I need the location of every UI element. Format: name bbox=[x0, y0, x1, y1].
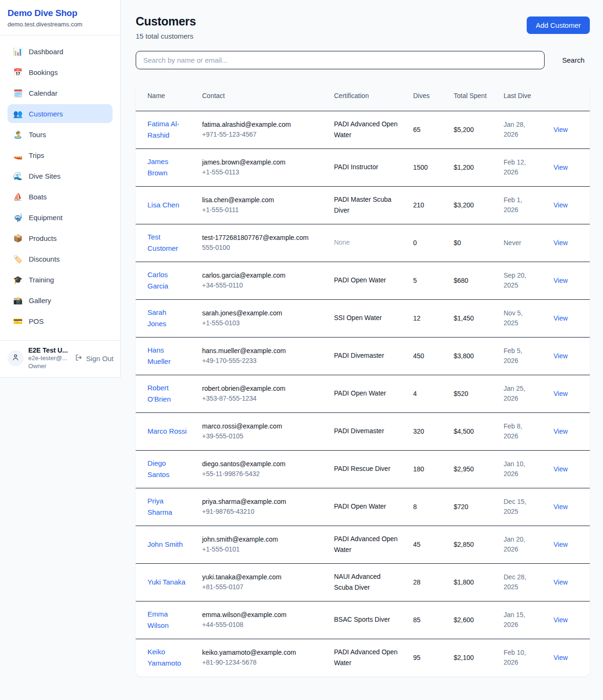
customer-dives-cell: 180 bbox=[406, 450, 446, 488]
customer-name-link[interactable]: Hans Mueller bbox=[147, 346, 171, 365]
customer-last-dive-cell: Jan 25, 2026 bbox=[496, 375, 546, 412]
search-input[interactable] bbox=[136, 51, 545, 69]
customer-total-spent: $720 bbox=[454, 503, 489, 511]
customer-last-dive-cell: Jan 10, 2026 bbox=[496, 450, 546, 488]
view-customer-link[interactable]: View bbox=[554, 654, 568, 661]
customers-table: NameContactCertificationDivesTotal Spent… bbox=[136, 82, 590, 676]
customer-dives: 85 bbox=[413, 616, 439, 624]
view-customer-link[interactable]: View bbox=[554, 428, 568, 435]
add-customer-button[interactable]: Add Customer bbox=[527, 16, 590, 34]
customer-actions-cell: View bbox=[546, 186, 590, 224]
column-header-contact: Contact bbox=[195, 82, 326, 111]
customer-name-link[interactable]: Priya Sharma bbox=[147, 497, 172, 516]
column-header-name: Name bbox=[136, 82, 195, 111]
customer-name-link[interactable]: Yuki Tanaka bbox=[147, 578, 186, 586]
view-customer-link[interactable]: View bbox=[554, 465, 568, 473]
customer-dives-cell: 12 bbox=[406, 299, 446, 337]
customer-total-spent-cell: $2,600 bbox=[446, 601, 496, 639]
total-customers-count: 15 total customers bbox=[136, 32, 196, 40]
sidebar-item-discounts[interactable]: 🏷️Discounts bbox=[8, 249, 113, 268]
customer-name-link[interactable]: Test Customer bbox=[147, 233, 178, 252]
sidebar-item-pos[interactable]: 💳POS bbox=[8, 312, 113, 330]
customer-dives: 8 bbox=[413, 503, 439, 511]
brand-header: Demo Dive Shop demo.test.divestreams.com bbox=[0, 0, 120, 35]
column-header-dives: Dives bbox=[406, 82, 446, 111]
customer-dives: 28 bbox=[413, 578, 439, 586]
customer-name-link[interactable]: Marco Rossi bbox=[147, 427, 187, 435]
equipment-icon: 🤿 bbox=[13, 213, 23, 222]
view-customer-link[interactable]: View bbox=[554, 390, 568, 397]
view-customer-link[interactable]: View bbox=[554, 352, 568, 360]
sidebar-item-customers[interactable]: 👥Customers bbox=[8, 104, 113, 123]
customer-last-dive-cell: Dec 28, 2025 bbox=[496, 563, 546, 601]
customer-phone: +353-87-555-1234 bbox=[202, 394, 319, 404]
sidebar-item-label: Trips bbox=[29, 151, 44, 159]
customer-certification: PADI Instructor bbox=[334, 162, 398, 173]
sidebar-item-trips[interactable]: 🚤Trips bbox=[8, 146, 113, 165]
customer-dives: 12 bbox=[413, 314, 439, 322]
table-head: NameContactCertificationDivesTotal Spent… bbox=[136, 82, 590, 111]
customer-total-spent: $4,500 bbox=[454, 428, 489, 435]
customer-name-cell: Diego Santos bbox=[136, 450, 195, 488]
sidebar-item-boats[interactable]: ⛵Boats bbox=[8, 187, 113, 206]
customer-name-link[interactable]: James Brown bbox=[147, 157, 168, 177]
view-customer-link[interactable]: View bbox=[554, 201, 568, 209]
view-customer-link[interactable]: View bbox=[554, 578, 568, 586]
customer-total-spent-cell: $2,100 bbox=[446, 639, 496, 676]
customer-name-cell: Keiko Yamamoto bbox=[136, 639, 195, 676]
customer-name-link[interactable]: Keiko Yamamoto bbox=[147, 648, 181, 667]
customer-name-link[interactable]: Sarah Jones bbox=[147, 308, 166, 328]
tours-icon: 🏝️ bbox=[13, 130, 23, 139]
view-customer-link[interactable]: View bbox=[554, 503, 568, 511]
sidebar-item-tours[interactable]: 🏝️Tours bbox=[8, 125, 113, 144]
view-customer-link[interactable]: View bbox=[554, 126, 568, 133]
customer-actions-cell: View bbox=[546, 450, 590, 488]
customer-dives: 4 bbox=[413, 390, 439, 397]
view-customer-link[interactable]: View bbox=[554, 164, 568, 171]
sign-out-button[interactable]: Sign Out bbox=[75, 354, 114, 363]
customer-actions-cell: View bbox=[546, 526, 590, 563]
customer-total-spent-cell: $680 bbox=[446, 262, 496, 299]
customer-total-spent-cell: $1,800 bbox=[446, 563, 496, 601]
customer-name-link[interactable]: Carlos Garcia bbox=[147, 271, 168, 290]
sidebar-item-products[interactable]: 📦Products bbox=[8, 229, 113, 247]
sidebar-item-calendar[interactable]: 🗓️Calendar bbox=[8, 83, 113, 102]
customer-name-link[interactable]: John Smith bbox=[147, 540, 183, 548]
customer-name-cell: Robert O'Brien bbox=[136, 375, 195, 412]
view-customer-link[interactable]: View bbox=[554, 616, 568, 624]
sidebar-item-equipment[interactable]: 🤿Equipment bbox=[8, 208, 113, 227]
customer-last-dive-cell: Jan 28, 2026 bbox=[496, 111, 546, 148]
customer-last-dive-cell: Feb 5, 2026 bbox=[496, 337, 546, 375]
user-icon bbox=[11, 353, 20, 363]
customer-total-spent-cell: $3,800 bbox=[446, 337, 496, 375]
customer-total-spent: $520 bbox=[454, 390, 489, 397]
sidebar-item-gallery[interactable]: 📸Gallery bbox=[8, 291, 113, 310]
customer-name-link[interactable]: Diego Santos bbox=[147, 459, 170, 478]
view-customer-link[interactable]: View bbox=[554, 239, 568, 247]
customer-name-cell: Marco Rossi bbox=[136, 412, 195, 450]
sidebar-item-dive-sites[interactable]: 🌊Dive Sites bbox=[8, 166, 113, 185]
sidebar-item-dashboard[interactable]: 📊Dashboard bbox=[8, 42, 113, 61]
customer-name-cell: Emma Wilson bbox=[136, 601, 195, 639]
customer-certification-cell: PADI Divemaster bbox=[326, 412, 406, 450]
view-customer-link[interactable]: View bbox=[554, 314, 568, 322]
customer-last-dive: Dec 28, 2025 bbox=[504, 572, 538, 592]
sidebar-item-bookings[interactable]: 📅Bookings bbox=[8, 63, 113, 82]
customer-name-link[interactable]: Emma Wilson bbox=[147, 610, 169, 629]
customer-email: fatima.alrashid@example.com bbox=[202, 120, 319, 130]
customer-email: test-1772681807767@example.com bbox=[202, 233, 319, 243]
customer-certification: PADI Divemaster bbox=[334, 426, 398, 436]
customer-dives-cell: 0 bbox=[406, 224, 446, 262]
customer-email: diego.santos@example.com bbox=[202, 459, 319, 469]
customer-name-link[interactable]: Robert O'Brien bbox=[147, 384, 171, 403]
customer-contact-cell: diego.santos@example.com+55-11-99876-543… bbox=[195, 450, 326, 488]
customer-name-link[interactable]: Lisa Chen bbox=[147, 201, 179, 209]
search-button[interactable]: Search bbox=[557, 56, 590, 64]
customer-last-dive-cell: Feb 8, 2026 bbox=[496, 412, 546, 450]
customer-dives-cell: 5 bbox=[406, 262, 446, 299]
sidebar-item-training[interactable]: 🎓Training bbox=[8, 270, 113, 289]
customer-last-dive: Jan 25, 2026 bbox=[504, 384, 538, 404]
customer-name-link[interactable]: Fatima Al-Rashid bbox=[147, 120, 179, 139]
view-customer-link[interactable]: View bbox=[554, 541, 568, 548]
view-customer-link[interactable]: View bbox=[554, 277, 568, 284]
